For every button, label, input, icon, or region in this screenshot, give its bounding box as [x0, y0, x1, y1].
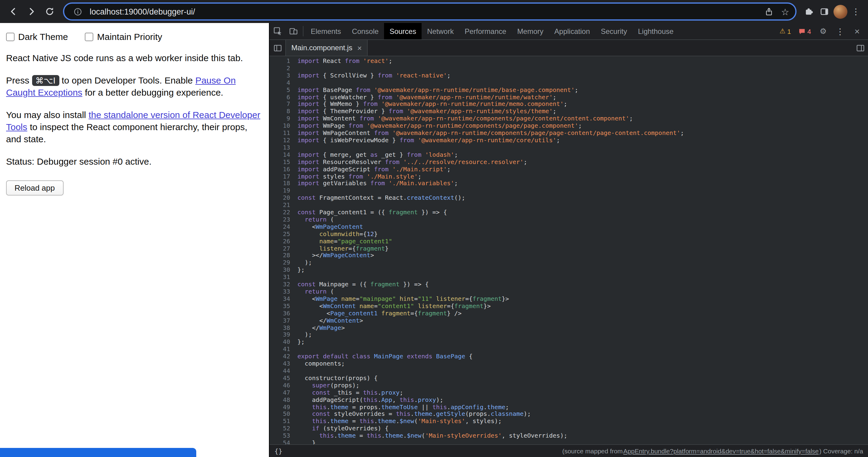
code-text: ); [295, 259, 312, 267]
navigator-toggle-icon[interactable] [270, 40, 285, 56]
line-number[interactable]: 49 [270, 403, 295, 411]
text-segment: to open Developer Tools. Enable [59, 75, 195, 85]
line-number[interactable]: 40 [270, 339, 295, 346]
profile-avatar[interactable] [833, 4, 847, 19]
back-button[interactable] [5, 3, 22, 20]
line-number[interactable]: 43 [270, 360, 295, 367]
reload-app-button[interactable]: Reload app [6, 181, 63, 196]
maintain-priority-checkbox[interactable]: Maintain Priority [85, 31, 162, 42]
tab-sources[interactable]: Sources [384, 23, 422, 39]
line-number[interactable]: 45 [270, 375, 295, 382]
forward-button[interactable] [23, 3, 40, 20]
line-number[interactable]: 46 [270, 382, 295, 389]
line-number[interactable]: 19 [270, 187, 295, 195]
line-number[interactable]: 48 [270, 396, 295, 403]
line-number[interactable]: 22 [270, 209, 295, 216]
line-number[interactable]: 37 [270, 317, 295, 324]
line-number[interactable]: 41 [270, 346, 295, 353]
checkbox-box[interactable] [85, 32, 94, 41]
dark-theme-checkbox[interactable]: Dark Theme [6, 31, 68, 42]
line-number[interactable]: 42 [270, 353, 295, 360]
line-number[interactable]: 21 [270, 202, 295, 209]
line-number[interactable]: 1 [270, 58, 295, 65]
code-text: const FragmentContext = React.createCont… [295, 194, 465, 202]
line-number[interactable]: 47 [270, 389, 295, 396]
settings-gear-icon[interactable]: ⚙ [815, 27, 831, 36]
line-number[interactable]: 29 [270, 259, 295, 267]
share-icon[interactable] [762, 4, 776, 19]
line-number[interactable]: 54 [270, 439, 295, 444]
line-number[interactable]: 32 [270, 281, 295, 288]
checkbox-box[interactable] [6, 32, 14, 41]
line-number[interactable]: 16 [270, 166, 295, 173]
bookmark-star-icon[interactable]: ☆ [781, 7, 789, 16]
line-number[interactable]: 26 [270, 237, 295, 245]
line-number[interactable]: 18 [270, 180, 295, 187]
devtools-close-icon[interactable]: × [849, 27, 865, 36]
line-number[interactable]: 8 [270, 108, 295, 115]
line-number[interactable]: 38 [270, 324, 295, 331]
text-segment: You may also install [6, 109, 88, 120]
line-number[interactable]: 44 [270, 367, 295, 375]
file-tab-main-component[interactable]: Main.component.js × [285, 40, 368, 56]
code-editor[interactable]: 1import React from 'react';2 3import { S… [270, 56, 868, 444]
url-text[interactable]: localhost:19000/debugger-ui/ [90, 7, 195, 16]
tab-memory[interactable]: Memory [512, 23, 549, 39]
device-toolbar-icon[interactable] [285, 23, 301, 39]
line-number[interactable]: 17 [270, 173, 295, 180]
warnings-badge[interactable]: ⚠1 [777, 27, 794, 35]
debugger-panel-toggle-icon[interactable] [852, 40, 868, 56]
tab-console[interactable]: Console [346, 23, 384, 39]
line-number[interactable]: 27 [270, 245, 295, 252]
url-bar[interactable]: localhost:19000/debugger-ui/ ☆ [63, 2, 797, 21]
line-number[interactable]: 35 [270, 303, 295, 310]
line-number[interactable]: 23 [270, 216, 295, 223]
line-number[interactable]: 50 [270, 411, 295, 418]
pretty-print-button[interactable]: {} [274, 447, 283, 455]
line-number[interactable]: 28 [270, 252, 295, 259]
line-number[interactable]: 15 [270, 158, 295, 166]
line-number[interactable]: 13 [270, 144, 295, 151]
tab-performance[interactable]: Performance [459, 23, 512, 39]
line-number[interactable]: 34 [270, 295, 295, 303]
line-number[interactable]: 11 [270, 130, 295, 137]
tab-lighthouse[interactable]: Lighthouse [632, 23, 679, 39]
line-number[interactable]: 2 [270, 65, 295, 72]
line-number[interactable]: 20 [270, 194, 295, 202]
line-number[interactable]: 3 [270, 72, 295, 79]
line-number[interactable]: 51 [270, 418, 295, 425]
line-number[interactable]: 25 [270, 231, 295, 238]
line-number[interactable]: 24 [270, 223, 295, 231]
code-text [295, 367, 301, 375]
site-info-icon[interactable] [70, 4, 85, 19]
line-number[interactable]: 30 [270, 267, 295, 274]
line-number[interactable]: 36 [270, 309, 295, 317]
extensions-puzzle-icon[interactable] [801, 4, 816, 19]
tab-elements[interactable]: Elements [305, 23, 346, 39]
inspect-element-icon[interactable] [270, 23, 285, 39]
line-number[interactable]: 12 [270, 137, 295, 144]
line-number[interactable]: 4 [270, 79, 295, 86]
tab-application[interactable]: Application [549, 23, 595, 39]
browser-menu-icon[interactable]: ⋮ [848, 4, 863, 19]
line-number[interactable]: 52 [270, 425, 295, 432]
line-number[interactable]: 31 [270, 273, 295, 281]
line-number[interactable]: 7 [270, 101, 295, 108]
line-number[interactable]: 53 [270, 432, 295, 439]
line-number[interactable]: 33 [270, 288, 295, 295]
line-number[interactable]: 5 [270, 86, 295, 94]
code-line: 5import BasePage from '@wavemaker/app-rn… [270, 86, 868, 94]
line-number[interactable]: 14 [270, 151, 295, 159]
line-number[interactable]: 10 [270, 122, 295, 130]
issues-badge[interactable]: 4 [795, 28, 814, 35]
line-number[interactable]: 9 [270, 115, 295, 123]
reload-button[interactable] [41, 3, 58, 20]
line-number[interactable]: 6 [270, 94, 295, 101]
tab-security[interactable]: Security [595, 23, 633, 39]
side-panel-icon[interactable] [817, 4, 832, 19]
devtools-menu-icon[interactable]: ⋮ [832, 27, 848, 35]
source-map-link[interactable]: AppEntry.bundle?platform=android&dev=tru… [623, 447, 818, 455]
tab-network[interactable]: Network [422, 23, 459, 39]
file-tab-close-icon[interactable]: × [357, 44, 362, 52]
line-number[interactable]: 39 [270, 331, 295, 339]
